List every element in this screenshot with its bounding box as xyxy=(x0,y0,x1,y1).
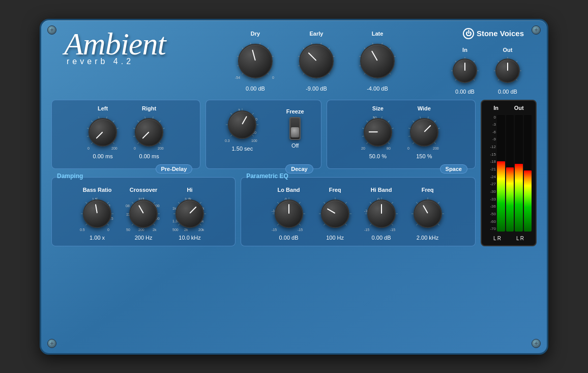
meter-footer-row: L R L R xyxy=(486,236,532,241)
svg-text:200: 200 xyxy=(158,147,164,150)
left-knob-ring: 0 200 xyxy=(83,113,122,152)
svg-text:200: 200 xyxy=(111,147,117,150)
decay-value: 1.50 sec xyxy=(232,146,253,152)
lo-band-ring: -15 -15 0 5 -10 xyxy=(270,194,308,233)
top-panels-row: Left xyxy=(51,100,476,169)
svg-text:20k: 20k xyxy=(198,228,204,232)
meter-label-60: -60 xyxy=(486,219,496,224)
brand-icon: ⏻ xyxy=(463,28,474,39)
hi-freq-label: Freq xyxy=(422,187,434,193)
screw-bottom-left xyxy=(47,339,56,348)
left-predelay-knob[interactable] xyxy=(89,118,117,147)
svg-text:200: 200 xyxy=(138,228,144,232)
out-left-bar-container xyxy=(515,115,523,232)
in-value: 0.00 dB xyxy=(455,89,475,95)
screw-bottom-right xyxy=(532,339,541,348)
predelay-row: Left xyxy=(59,105,193,159)
late-label: Late xyxy=(372,31,384,37)
lo-band-group: Lo Band xyxy=(270,187,308,241)
svg-text:-15: -15 xyxy=(298,228,303,232)
hi-band-label: Hi Band xyxy=(371,187,392,193)
size-label: Size xyxy=(372,105,384,111)
space-panel-label: Space xyxy=(440,164,467,174)
hi-band-knob[interactable] xyxy=(367,199,396,228)
meter-label-33: -33 xyxy=(486,197,496,202)
bass-ratio-knob[interactable] xyxy=(83,199,111,228)
decay-knob[interactable] xyxy=(228,110,256,139)
bass-ratio-ring: 0.5 0 1.5 2 2.5 xyxy=(78,194,116,233)
size-knob[interactable] xyxy=(364,118,392,147)
wide-label: Wide xyxy=(418,105,431,111)
in-left-bar xyxy=(497,161,505,231)
hi-band-ring: -15 -15 0 5 -10 xyxy=(362,194,401,233)
lo-freq-ring xyxy=(316,194,355,233)
in-knob-group: In xyxy=(449,47,481,95)
crossover-label: Crossover xyxy=(130,187,157,193)
wide-knob[interactable] xyxy=(410,118,438,147)
meter-label-3: -3 xyxy=(486,122,496,127)
header: Ambient reverb 4.2 Dry xyxy=(49,28,539,95)
meter-label-0: 0 xyxy=(486,115,496,120)
size-knob-group: Size xyxy=(359,105,397,159)
freeze-toggle-switch[interactable] xyxy=(289,117,301,140)
space-panel: Size xyxy=(327,100,476,169)
right-predelay-knob[interactable] xyxy=(135,118,163,147)
screw-top-left xyxy=(47,25,56,35)
svg-text:2k: 2k xyxy=(184,228,188,232)
vu-meter-panel: In Out 0 -3 -6 -9 -12 -15 -18 -21 xyxy=(481,100,537,246)
in-left-bar-container xyxy=(497,115,505,232)
in-meter-channels xyxy=(497,115,514,232)
late-knob[interactable] xyxy=(360,44,395,78)
dry-knob[interactable] xyxy=(238,44,273,78)
svg-text:-15: -15 xyxy=(272,228,277,232)
svg-text:0.3: 0.3 xyxy=(225,139,230,142)
dry-label: Dry xyxy=(251,31,260,37)
hi-freq-ring xyxy=(408,194,447,233)
meter-label-30: -30 xyxy=(486,189,496,194)
in-knob[interactable] xyxy=(453,59,477,83)
out-left-bar xyxy=(515,164,523,232)
hi-freq-knob[interactable] xyxy=(414,199,442,228)
decay-panel-label: Decay xyxy=(285,164,313,174)
hi-ring: 500 20k 3.2k 5k 8k 1k 1.3k 2k xyxy=(170,194,209,233)
plugin-container: Ambient reverb 4.2 Dry xyxy=(40,19,548,355)
dry-value: 0.00 dB xyxy=(246,85,265,92)
wide-knob-group: Wide xyxy=(405,105,444,159)
out-right-bar xyxy=(524,170,532,231)
svg-text:0: 0 xyxy=(87,147,90,150)
wide-value: 150 % xyxy=(416,153,432,159)
lo-freq-value: 100 Hz xyxy=(326,235,344,241)
late-knob-group: Late xyxy=(355,31,400,92)
brand-logo: ⏻ Stone Voices xyxy=(463,28,524,39)
eq-panel: Parametric EQ Lo Band xyxy=(241,177,476,246)
lo-band-knob[interactable] xyxy=(275,199,303,228)
early-value: -9.00 dB xyxy=(306,85,327,92)
early-knob[interactable] xyxy=(299,44,334,78)
eq-label: Parametric EQ xyxy=(246,173,288,180)
io-group: In xyxy=(449,47,524,95)
crossover-group: Crossover xyxy=(124,187,163,241)
out-meter-channels xyxy=(515,115,532,232)
lo-freq-knob[interactable] xyxy=(321,199,349,228)
meter-label-27: -27 xyxy=(486,182,496,186)
dry-knob-group: Dry xyxy=(232,31,278,92)
crossover-knob[interactable] xyxy=(129,199,158,228)
crossover-value: 200 Hz xyxy=(135,235,153,241)
eq-row: Lo Band xyxy=(248,187,468,241)
predelay-panel-label: Pre-Delay xyxy=(156,164,193,174)
late-value: -4.00 dB xyxy=(367,85,388,92)
damping-label: Damping xyxy=(57,173,83,180)
right-knob-ring: 0 200 xyxy=(130,113,168,152)
out-knob-ring xyxy=(491,54,524,87)
svg-text:2k: 2k xyxy=(153,228,157,232)
freeze-lever xyxy=(290,127,300,138)
out-knob[interactable] xyxy=(495,59,520,83)
crossover-ring: 50 2k 500 312 125 08 800 200 xyxy=(124,194,163,233)
damping-row: Bass Ratio xyxy=(59,187,228,241)
svg-text:0: 0 xyxy=(134,147,136,150)
out-right-bar-container xyxy=(524,115,532,232)
early-label: Early xyxy=(310,31,324,37)
hi-knob[interactable] xyxy=(175,199,204,228)
hi-group: Hi xyxy=(170,187,209,241)
meter-label-18: -18 xyxy=(486,159,496,164)
